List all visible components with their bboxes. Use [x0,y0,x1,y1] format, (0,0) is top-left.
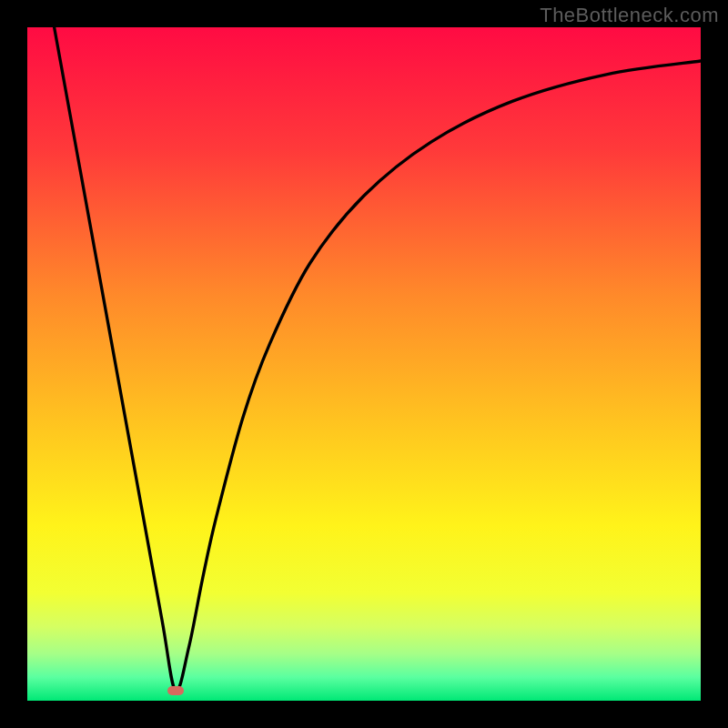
chart-frame: TheBottleneck.com [0,0,728,728]
plot-area [27,27,701,701]
watermark-text: TheBottleneck.com [540,4,719,27]
optimal-point-marker [167,686,184,695]
bottleneck-curve [27,27,701,701]
